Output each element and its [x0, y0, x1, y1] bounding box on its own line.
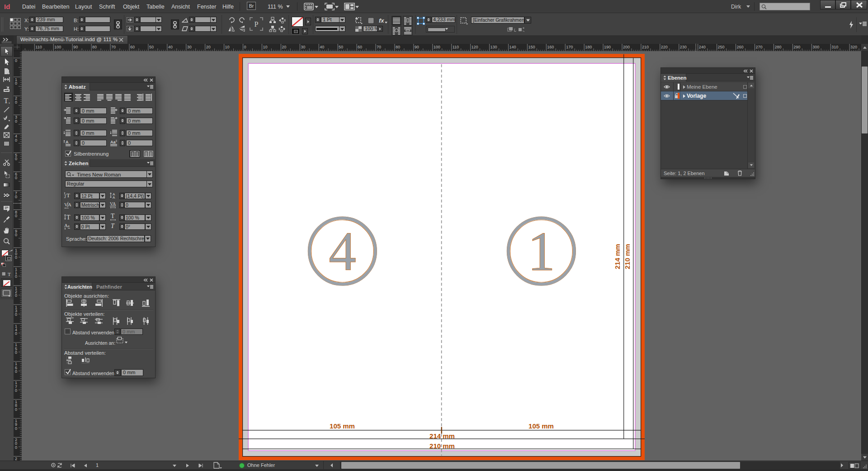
svg-text:4: 4	[329, 221, 356, 282]
svg-text:80: 80	[396, 45, 400, 49]
svg-text:0: 0	[15, 426, 17, 431]
svg-text:T: T	[111, 223, 115, 229]
svg-text:30: 30	[187, 45, 192, 49]
svg-text:180: 180	[585, 45, 592, 49]
svg-text:0: 0	[15, 214, 17, 218]
svg-text:A: A	[66, 140, 69, 144]
svg-text:90: 90	[73, 45, 78, 49]
svg-text:110: 110	[35, 45, 42, 49]
svg-text:200: 200	[623, 45, 630, 49]
svg-text:190: 190	[604, 45, 611, 49]
svg-text:0: 0	[15, 312, 17, 317]
svg-text:70: 70	[111, 45, 116, 49]
svg-text:260: 260	[737, 45, 744, 49]
svg-text:0: 0	[15, 157, 17, 161]
svg-text:100: 100	[434, 45, 440, 49]
svg-text:310: 310	[831, 45, 838, 49]
svg-text:80: 80	[92, 45, 97, 49]
svg-text:T: T	[66, 214, 71, 221]
svg-text:120: 120	[472, 45, 478, 49]
svg-text:0: 0	[15, 293, 17, 298]
svg-text:130: 130	[491, 45, 497, 49]
svg-text:100: 100	[54, 45, 61, 49]
svg-text:V: V	[64, 202, 68, 207]
svg-text:20: 20	[282, 45, 286, 49]
svg-text:A: A	[64, 223, 68, 228]
svg-text:70: 70	[377, 45, 381, 49]
svg-text:110: 110	[453, 45, 459, 49]
svg-text:0: 0	[15, 119, 17, 124]
svg-text:40: 40	[320, 45, 324, 49]
svg-text:a: a	[68, 224, 70, 228]
svg-text:0: 0	[15, 100, 17, 105]
svg-text:0: 0	[15, 233, 17, 237]
svg-text:0: 0	[15, 331, 17, 336]
svg-text:P: P	[255, 20, 259, 28]
svg-text:214 mm: 214 mm	[429, 432, 455, 440]
svg-text:320: 320	[850, 45, 857, 49]
svg-text:0: 0	[15, 388, 17, 393]
svg-text:105 mm: 105 mm	[528, 422, 554, 430]
svg-text:250: 250	[718, 45, 725, 49]
svg-text:10: 10	[225, 45, 230, 49]
svg-text:0: 0	[15, 81, 17, 86]
svg-text:140: 140	[509, 45, 516, 49]
svg-text:230: 230	[680, 45, 687, 49]
svg-text:90: 90	[415, 45, 419, 49]
svg-text:60: 60	[358, 45, 362, 49]
svg-text:0: 0	[15, 255, 17, 260]
svg-text:50: 50	[149, 45, 154, 49]
svg-text:0: 0	[15, 195, 17, 199]
svg-text:214 mm: 214 mm	[613, 244, 621, 269]
svg-text:0: 0	[15, 369, 17, 374]
svg-text:210: 210	[642, 45, 649, 49]
svg-text:280: 280	[774, 45, 781, 49]
svg-text:0: 0	[15, 445, 17, 450]
svg-text:170: 170	[566, 45, 573, 49]
svg-text:105 mm: 105 mm	[330, 422, 355, 430]
svg-text:T: T	[111, 214, 115, 219]
svg-text:150: 150	[528, 45, 535, 49]
svg-text:T: T	[66, 192, 70, 199]
svg-text:A: A	[113, 195, 115, 199]
svg-text:T: T	[8, 271, 11, 276]
svg-text:160: 160	[547, 45, 554, 49]
svg-text:T: T	[4, 97, 9, 105]
svg-text:240: 240	[699, 45, 706, 49]
svg-text:220: 220	[661, 45, 668, 49]
svg-text:30: 30	[301, 45, 305, 49]
svg-text:290: 290	[793, 45, 800, 49]
svg-text:0: 0	[15, 58, 17, 63]
svg-text:20: 20	[206, 45, 211, 49]
svg-text:A: A	[68, 202, 71, 207]
svg-text:40: 40	[168, 45, 173, 49]
svg-text:1: 1	[528, 221, 555, 282]
svg-text:50: 50	[339, 45, 343, 49]
svg-text:0: 0	[15, 176, 17, 180]
svg-text:Aa: Aa	[110, 140, 116, 144]
svg-text:300: 300	[812, 45, 819, 49]
svg-text:0: 0	[15, 350, 17, 355]
svg-text:0: 0	[15, 274, 17, 279]
svg-text:60: 60	[130, 45, 135, 49]
svg-text:270: 270	[755, 45, 762, 49]
svg-text:VA: VA	[110, 201, 116, 206]
svg-text:0: 0	[244, 45, 246, 49]
svg-text:0: 0	[15, 138, 17, 143]
svg-text:10: 10	[263, 45, 267, 49]
svg-text:210 mm: 210 mm	[429, 442, 455, 450]
svg-text:210 mm: 210 mm	[623, 244, 631, 269]
svg-text:0: 0	[15, 407, 17, 412]
